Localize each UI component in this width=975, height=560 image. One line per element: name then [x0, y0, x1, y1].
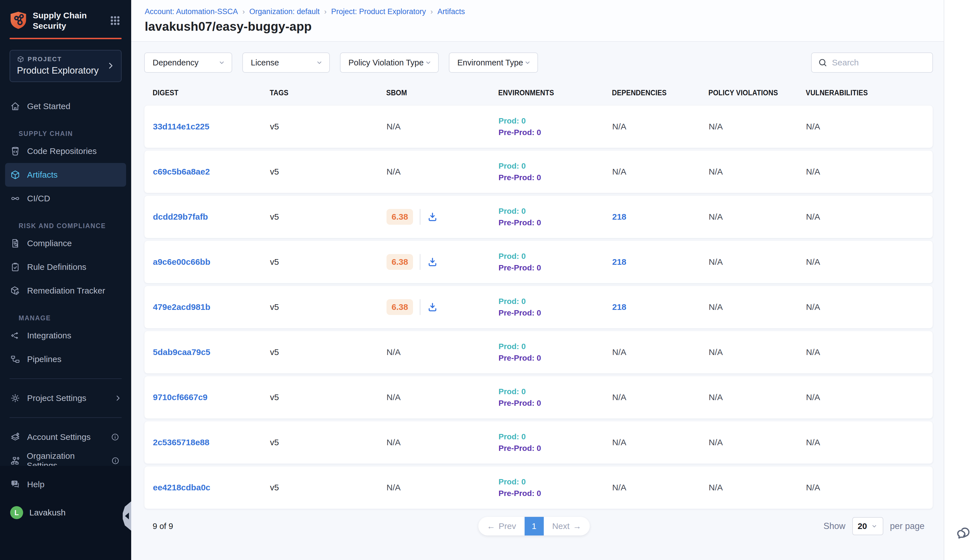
tags-cell: v5: [270, 257, 387, 267]
digest-link[interactable]: 479e2acd981b: [153, 302, 210, 312]
sbom-cell: 6.38: [387, 254, 499, 270]
digest-link[interactable]: dcdd29b7fafb: [153, 212, 208, 222]
breadcrumb-organization[interactable]: Organization: default: [249, 7, 320, 16]
sbom-score-group: 6.38: [387, 209, 499, 225]
preprod-count: Pre-Prod: 0: [499, 488, 612, 499]
prod-count: Prod: 0: [499, 341, 612, 352]
document-search-icon: [10, 238, 21, 248]
chevron-down-icon: [424, 59, 432, 66]
policy-violations-value: N/A: [709, 257, 723, 267]
dropdown-label: Environment Type: [457, 58, 523, 67]
sidebar-footer: ? Help L Lavakush: [0, 466, 131, 560]
policy-violations-value: N/A: [709, 393, 723, 402]
tag-value: v5: [270, 167, 279, 176]
sidebar-item-remediation-tracker[interactable]: Remediation Tracker: [5, 279, 126, 303]
digest-link[interactable]: c69c5b6a8ae2: [153, 167, 210, 176]
prod-count: Prod: 0: [499, 295, 612, 307]
sidebar-item-label: Project Settings: [27, 393, 86, 403]
chevron-down-icon: [316, 59, 323, 66]
dropdown-label: License: [251, 58, 279, 67]
sidebar-item-rule-definitions[interactable]: Rule Definitions: [5, 255, 126, 279]
vulnerabilities-cell: N/A: [806, 257, 924, 267]
environments-cell: Prod: 0 Pre-Prod: 0: [499, 476, 612, 499]
dependencies-value[interactable]: 218: [612, 212, 626, 222]
breadcrumb-project[interactable]: Project: Product Exploratory: [331, 7, 426, 16]
user-name: Lavakush: [29, 508, 65, 517]
project-label: PROJECT: [28, 55, 62, 63]
dependency-filter-dropdown[interactable]: Dependency: [144, 52, 232, 73]
module-grid-icon[interactable]: [109, 14, 122, 27]
project-selector[interactable]: PROJECT Product Exploratory: [10, 50, 122, 82]
info-icon[interactable]: [111, 433, 122, 441]
supply-chain-security-logo-icon: [10, 11, 27, 30]
digest-link[interactable]: ee4218cdba0c: [153, 483, 210, 492]
page-1-button[interactable]: 1: [524, 517, 544, 535]
download-sbom-icon[interactable]: [427, 257, 438, 267]
table-header-row: DIGEST TAGS SBOM ENVIRONMENTS DEPENDENCI…: [144, 88, 933, 97]
dropdown-label: Dependency: [153, 58, 199, 67]
vulnerabilities-value: N/A: [806, 438, 820, 447]
table-row: c69c5b6a8ae2 v5 N/A Prod: 0 Pre-Prod: 0 …: [144, 150, 933, 193]
sidebar-item-cicd[interactable]: CI/CD: [5, 187, 126, 210]
sidebar-item-code-repositories[interactable]: Code Repositories: [5, 139, 126, 163]
download-sbom-icon[interactable]: [427, 302, 438, 312]
policy-violations-cell: N/A: [709, 212, 806, 222]
policy-violations-cell: N/A: [709, 302, 806, 312]
table-row: 5dab9caa79c5 v5 N/A Prod: 0 Pre-Prod: 0 …: [144, 331, 933, 373]
next-page-button[interactable]: Next →: [544, 517, 590, 535]
prod-count: Prod: 0: [499, 115, 612, 127]
tags-cell: v5: [270, 302, 387, 312]
info-icon[interactable]: [111, 457, 122, 465]
digest-link[interactable]: a9c6e00c66bb: [153, 257, 210, 267]
preprod-count: Pre-Prod: 0: [499, 172, 612, 183]
sidebar-item-pipelines[interactable]: Pipelines: [5, 347, 126, 371]
prod-count: Prod: 0: [499, 386, 612, 397]
sbom-cell: N/A: [387, 438, 499, 447]
sidebar-item-label: Rule Definitions: [27, 262, 86, 272]
sidebar-item-project-settings[interactable]: Project Settings: [5, 386, 126, 410]
sbom-score-badge: 6.38: [387, 254, 413, 270]
integrations-icon: [10, 330, 21, 341]
tags-cell: v5: [270, 347, 387, 357]
chevron-down-icon: [218, 59, 225, 66]
download-sbom-icon[interactable]: [427, 212, 438, 222]
right-gutter: [944, 0, 975, 560]
sidebar-item-account-settings[interactable]: Account Settings: [5, 425, 126, 449]
digest-link[interactable]: 5dab9caa79c5: [153, 347, 210, 357]
tag-value: v5: [270, 302, 279, 312]
policy-violation-type-filter-dropdown[interactable]: Policy Violation Type: [340, 52, 439, 73]
digest-cell: 33d114e1c225: [153, 122, 270, 132]
sidebar-item-artifacts[interactable]: Artifacts: [5, 163, 126, 187]
vulnerabilities-cell: N/A: [806, 438, 924, 447]
chat-support-icon[interactable]: [956, 525, 972, 542]
tag-value: v5: [270, 257, 279, 267]
dependencies-cell: 218: [612, 257, 709, 267]
search-input[interactable]: [832, 58, 941, 67]
artifact-rows: 33d114e1c225 v5 N/A Prod: 0 Pre-Prod: 0 …: [144, 105, 933, 509]
sidebar-item-get-started[interactable]: Get Started: [5, 95, 126, 118]
dependencies-value[interactable]: 218: [612, 302, 626, 312]
user-menu[interactable]: L Lavakush: [5, 501, 126, 525]
sidebar-item-help[interactable]: ? Help: [5, 473, 126, 496]
app-title: Supply Chain Security: [33, 10, 103, 31]
breadcrumb-artifacts[interactable]: Artifacts: [437, 7, 465, 16]
digest-link[interactable]: 9710cf6667c9: [153, 393, 208, 402]
prev-page-button[interactable]: ← Prev: [478, 517, 524, 535]
breadcrumb-separator: ›: [431, 7, 433, 16]
license-filter-dropdown[interactable]: License: [242, 52, 330, 73]
digest-link[interactable]: 33d114e1c225: [153, 122, 209, 131]
environment-type-filter-dropdown[interactable]: Environment Type: [449, 52, 538, 73]
page-size-select[interactable]: 20: [852, 517, 883, 535]
tag-value: v5: [270, 438, 279, 447]
show-label: Show: [823, 521, 845, 531]
digest-cell: 5dab9caa79c5: [153, 347, 270, 357]
sidebar-item-label: Compliance: [27, 238, 72, 248]
dependencies-value[interactable]: 218: [612, 257, 626, 267]
table-row: a9c6e00c66bb v5 6.38 Prod: 0 Pre-Prod: 0…: [144, 240, 933, 283]
help-chat-icon: ?: [10, 479, 21, 490]
digest-link[interactable]: 2c5365718e88: [153, 438, 209, 447]
app-logo-row: Supply Chain Security: [0, 0, 131, 31]
breadcrumb-account[interactable]: Account: Automation-SSCA: [145, 7, 238, 16]
sidebar-item-integrations[interactable]: Integrations: [5, 324, 126, 347]
sidebar-item-compliance[interactable]: Compliance: [5, 232, 126, 255]
